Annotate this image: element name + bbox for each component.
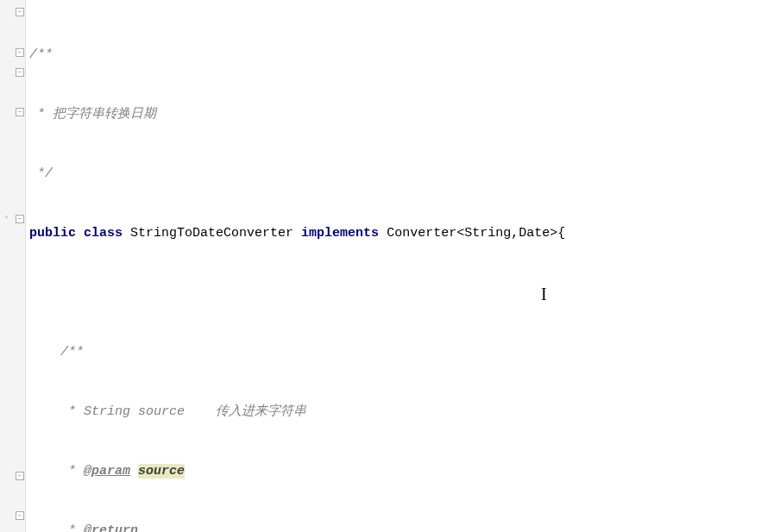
doc-param: source	[138, 464, 185, 479]
fold-marker-icon[interactable]: −	[16, 48, 24, 57]
code-text: /**	[29, 345, 84, 360]
code-text: *	[29, 107, 53, 122]
doc-tag: @return	[84, 523, 138, 532]
code-text	[123, 226, 130, 241]
editor-gutter[interactable]: − − − − ◦ − − −	[0, 0, 26, 532]
code-text: 传入进来字符串	[185, 404, 306, 419]
keyword: class	[84, 226, 123, 241]
code-text: *	[29, 404, 84, 419]
code-text: *	[29, 464, 84, 479]
code-text: /**	[29, 47, 53, 62]
override-gutter-icon[interactable]: ◦	[3, 212, 16, 224]
code-editor[interactable]: /** * 把字符串转换日期 */ public class StringToD…	[26, 0, 780, 532]
class-name: StringToDateConverter	[130, 226, 293, 241]
code-text: */	[29, 166, 53, 181]
code-text: *	[29, 523, 84, 532]
code-text	[76, 226, 84, 241]
code-text: 把字符串转换日期	[53, 107, 156, 122]
code-text: String source	[84, 404, 185, 419]
keyword: implements	[301, 226, 379, 241]
fold-marker-icon[interactable]: −	[16, 472, 24, 480]
code-text	[293, 226, 301, 241]
keyword: public	[29, 226, 76, 241]
text-cursor-icon: I	[541, 285, 547, 304]
fold-marker-icon[interactable]: −	[16, 215, 24, 223]
fold-marker-icon[interactable]: −	[16, 8, 24, 16]
fold-marker-icon[interactable]: −	[16, 108, 24, 116]
code-text	[379, 226, 387, 241]
code-text	[130, 464, 138, 479]
code-text: Converter<String,Date>{	[387, 226, 565, 241]
doc-tag: @param	[84, 464, 130, 479]
fold-marker-icon[interactable]: −	[16, 511, 24, 520]
fold-marker-icon[interactable]: −	[16, 68, 24, 77]
